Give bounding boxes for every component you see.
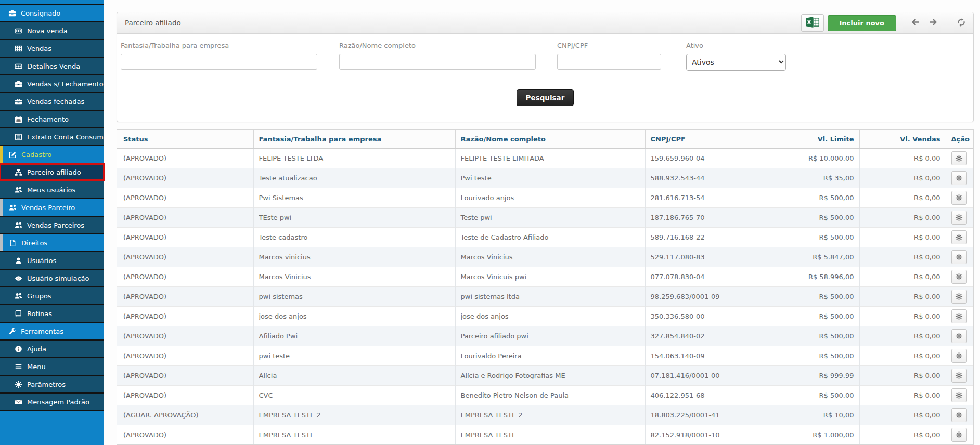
status-cell: (APROVADO) [117,366,253,386]
sidebar-item-grupos[interactable]: Grupos [0,287,104,304]
sidebar-item-detalhes-venda[interactable]: Detalhes Venda [0,58,104,74]
sidebar-item-vendas-parceiro[interactable]: Vendas Parceiro [0,199,104,216]
row-actions-button[interactable] [951,151,967,165]
briefcase-icon [8,9,16,17]
sidebar-item-usuarios[interactable]: Usuários [0,252,104,269]
row-actions-button[interactable] [951,250,967,264]
sidebar-item-label: Grupos [27,292,51,300]
status-cell: (APROVADO) [117,228,253,247]
razao-cell: Lourivado anjos [455,188,645,208]
sidebar-item-label: Nova venda [27,27,68,35]
action-cell [946,228,973,247]
row-actions-button[interactable] [951,329,967,343]
sidebar-item-usuario-simulacao[interactable]: Usuário simulação [0,270,104,286]
info-icon [14,345,22,353]
fantasia-cell: jose dos anjos [253,307,455,326]
ativo-select[interactable]: Ativos [686,54,786,71]
row-actions-button[interactable] [951,230,967,244]
users-icon [14,186,22,194]
users-icon [14,221,22,229]
cnpj-cell: 327.854.840-02 [645,326,769,346]
action-cell [946,386,973,405]
row-actions-button[interactable] [951,388,967,402]
sidebar-item-vendas-fechadas[interactable]: Vendas fechadas [0,93,104,110]
row-actions-button[interactable] [951,428,967,442]
refresh-button[interactable] [955,17,968,30]
sidebar-item-meus-usuarios[interactable]: Meus usuários [0,181,104,198]
incluir-novo-button[interactable]: Incluir novo [828,15,897,31]
fantasia-cell: TEste pwi [253,208,455,228]
prev-page-button[interactable] [909,17,922,29]
fantasia-cell: CVC [253,386,455,405]
vl-limite-cell: R$ 58.996,00 [769,267,859,287]
status-cell: (APROVADO) [117,386,253,405]
sidebar-item-fechamento[interactable]: Fechamento [0,111,104,127]
row-actions-button[interactable] [951,191,967,205]
razao-input[interactable] [339,54,536,70]
row-actions-button[interactable] [951,171,967,185]
table-row: (APROVADO)pwi testeLourivaldo Pereira154… [117,346,973,366]
table-row: (APROVADO)Teste cadastroTeste de Cadastr… [117,228,973,247]
action-cell [946,346,973,366]
row-actions-button[interactable] [951,290,967,304]
table-row: (APROVADO)Marcos ViniciusMarcos Vinicuis… [117,267,973,287]
row-actions-button[interactable] [951,349,967,363]
razao-cell: Marcos Vinicuis pwi [455,267,645,287]
sidebar-item-ferramentas[interactable]: Ferramentas [0,323,104,339]
sidebar-item-vendas[interactable]: Vendas [0,40,104,57]
row-actions-button[interactable] [951,211,967,225]
row-actions-button[interactable] [951,270,967,284]
sidebar-item-ajuda[interactable]: Ajuda [0,341,104,357]
sidebar-item-label: Usuário simulação [27,274,89,282]
field-fantasia-input: Fantasia/Trabalha para empresa [121,42,317,71]
sidebar-item-parametros[interactable]: Parâmetros [0,376,104,392]
sidebar-item-vendas-s-fechamento[interactable]: Vendas s/ Fechamento [0,75,104,92]
sidebar-item-mensagem-padrao[interactable]: Mensagem Padrão [0,394,104,410]
app-window: ConsignadoNova vendaVendasDetalhes Venda… [0,0,980,445]
sidebar-item-menu[interactable]: Menu [0,358,104,375]
gear-icon [955,352,963,360]
fantasia-cell: Teste atualizacao [253,168,455,188]
gear-icon [955,431,963,439]
razao-cell: EMPRESA TESTE [455,425,645,445]
table-row: (APROVADO)TEste pwiTeste pwi187.186.765-… [117,208,973,228]
cnpj-cell: 281.616.713-54 [645,188,769,208]
sidebar-item-consignado[interactable]: Consignado [0,5,104,21]
gear-icon [955,214,963,221]
sidebar-item-extrato-conta-consumo[interactable]: Extrato Conta Consumo [0,128,104,145]
sidebar-item-label: Vendas [27,45,51,53]
gear-icon [955,293,963,300]
cnpj-input[interactable] [557,54,661,70]
panel-toolbar: Incluir novo [801,14,969,32]
sidebar-item-cadastro[interactable]: Cadastro [0,146,104,163]
table-row: (APROVADO)Pwi SistemasLourivado anjos281… [117,188,973,208]
next-page-button[interactable] [926,17,940,29]
action-cell [946,149,973,168]
sidebar-item-rotinas[interactable]: Rotinas [0,305,104,322]
sidebar-item-direitos[interactable]: Direitos [0,234,104,251]
vl-vendas-cell: R$ 0,00 [859,247,946,267]
fantasia-input[interactable] [121,54,317,70]
field-razao-input: Razão/Nome completo [339,42,536,71]
table-row: (APROVADO)Marcos viniciusMarcos Vinicius… [117,247,973,267]
pesquisar-button[interactable]: Pesquisar [517,89,574,106]
panel-title: Parceiro afiliado [125,19,181,27]
sidebar-item-vendas-parceiros[interactable]: Vendas Parceiros [0,217,104,233]
vl-limite-cell: R$ 999,99 [769,366,859,386]
vl-vendas-cell: R$ 0,00 [859,425,946,445]
export-excel-button[interactable] [801,14,824,32]
sidebar-item-label: Usuários [27,257,56,265]
row-actions-button[interactable] [951,408,967,422]
razao-cell: FELIPTE TESTE LIMITADA [455,149,645,168]
row-actions-button[interactable] [951,309,967,323]
vl-vendas-cell: R$ 0,00 [859,386,946,405]
table-row: (APROVADO)CVCBenedito Pietro Nelson de P… [117,386,973,405]
sidebar-item-nova-venda[interactable]: Nova venda [0,22,104,39]
row-actions-button[interactable] [951,369,967,383]
status-cell: (APROVADO) [117,346,253,366]
sidebar-item-parceiro-afiliado[interactable]: Parceiro afiliado [0,164,104,180]
fantasia-cell: pwi teste [253,346,455,366]
action-cell [946,405,973,425]
sidebar-item-label: Detalhes Venda [27,62,80,70]
sidebar-item-label: Consignado [21,9,60,17]
